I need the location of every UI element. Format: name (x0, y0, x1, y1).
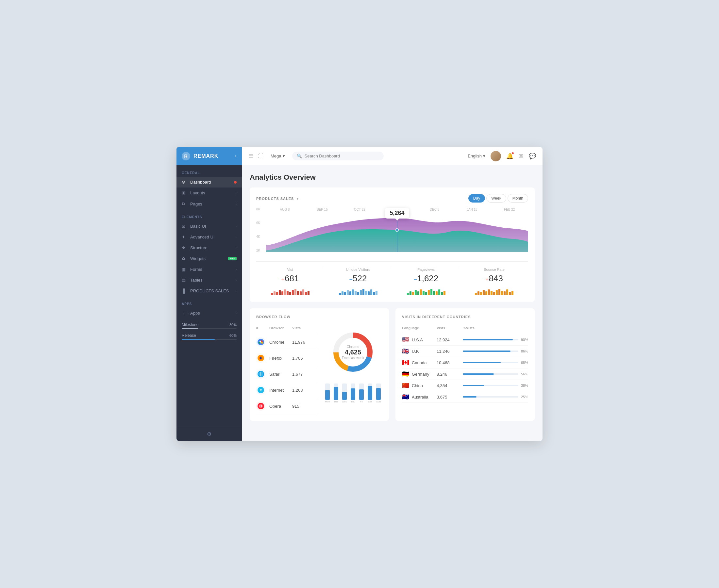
country-row-canada: 🇨🇦 Canada 10,468 68% (402, 357, 528, 369)
period-month-button[interactable]: Month (508, 194, 528, 203)
mini-bar-item (305, 292, 307, 295)
sidebar-item-label-forms: Forms (190, 267, 235, 272)
sidebar-item-label-pages: Pages (190, 202, 235, 207)
donut-center-value: 4,625 (342, 349, 364, 356)
mini-bar-item (308, 291, 309, 295)
period-week-button[interactable]: Week (486, 194, 506, 203)
country-row-usa: 🇺🇸 U.S.A 12,924 90% (402, 334, 528, 345)
flag-china: 🇨🇳 (402, 383, 409, 388)
search-bar[interactable]: 🔍 (292, 152, 384, 161)
stat-bounce-value: +843 (464, 273, 525, 284)
opera-vists: 915 (292, 404, 318, 409)
sidebar-item-label-widgets: Widgets (190, 256, 226, 261)
china-pct-label: 38% (521, 383, 528, 387)
period-day-button[interactable]: Day (468, 194, 485, 203)
mini-bar-item (501, 291, 503, 295)
hamburger-icon[interactable]: ☰ (248, 152, 253, 160)
sidebar-item-tables[interactable]: ▤ Tables › (177, 275, 242, 286)
tooltip-line (397, 221, 398, 252)
mini-bar-item (352, 289, 354, 295)
stat-bounce: Bounce Rate +843 (460, 268, 528, 295)
release-label: Release (182, 333, 196, 338)
language-selector[interactable]: English ▾ (468, 153, 485, 159)
basic-ui-chevron: › (235, 225, 237, 228)
search-icon: 🔍 (297, 153, 302, 159)
sidebar-section-general: GENERAL ⊙ Dashboard ⊞ Layouts › ⧉ Pages … (177, 165, 242, 209)
period-buttons: Day Week Month (468, 194, 528, 203)
uk-label: U.K (412, 349, 419, 354)
y-label-2k: 2K (256, 249, 260, 252)
mini-bar-item (273, 291, 275, 295)
mini-bar-item (300, 291, 302, 295)
settings-icon[interactable]: ⚙ (207, 431, 211, 437)
release-bar-fill (182, 339, 215, 340)
mini-bar-item (294, 289, 296, 295)
sidebar-item-advanced-ui[interactable]: ✦ Advanced UI › (177, 232, 242, 243)
stat-vist-sign: + (281, 276, 285, 282)
sidebar-item-forms[interactable]: ▦ Forms › (177, 264, 242, 275)
sidebar-item-apps[interactable]: ⋮⋮ Apps › (177, 308, 242, 318)
language-chevron-icon: ▾ (483, 153, 485, 159)
sidebar-item-structure[interactable]: ❖ Structure › (177, 243, 242, 253)
country-germany-name: 🇩🇪 Germany (402, 372, 437, 377)
mini-bar-item (279, 290, 281, 295)
mini-bar-item (365, 291, 367, 295)
mini-bar-item (483, 290, 485, 295)
stat-pageviews: Pageviews −1,622 (392, 268, 460, 295)
sidebar-item-charts[interactable]: ▐ PRODUCTS SALES › (177, 286, 242, 296)
sidebar-section-elements: Elements ⊡ Basic UI › ✦ Advanced UI › ❖ … (177, 209, 242, 296)
safari-vists: 1,677 (292, 372, 318, 377)
sidebar-item-widgets[interactable]: ✿ Widgets New (177, 253, 242, 264)
mail-icon[interactable]: ✉ (519, 152, 523, 160)
ie-vists: 1,268 (292, 388, 318, 393)
chat-icon[interactable]: 💬 (529, 152, 536, 160)
sidebar: R REMARK › GENERAL ⊙ Dashboard ⊞ Layouts… (177, 147, 242, 441)
usa-pct-label: 90% (521, 338, 528, 342)
mini-bar-item (297, 291, 299, 295)
mega-menu[interactable]: Mega ▾ (268, 152, 288, 160)
sidebar-item-label-apps: Apps (190, 311, 235, 316)
uk-bar-bg (463, 351, 518, 352)
germany-bar-bg (463, 373, 518, 375)
mini-bar-item (433, 291, 435, 295)
sidebar-item-label-structure: Structure (190, 245, 235, 250)
mini-bar-item (475, 293, 477, 295)
sidebar-item-dashboard[interactable]: ⊙ Dashboard (177, 177, 242, 188)
svg-text:Thu: Thu (351, 400, 355, 403)
expand-icon[interactable]: ⛶ (258, 153, 263, 159)
stat-vist-label: Vist (260, 268, 321, 271)
svg-text:O: O (260, 404, 263, 408)
browser-table-section: # Browser Vists Chrome 11,976 (256, 324, 318, 414)
browser-row-safari: Safari 1,677 (256, 366, 318, 382)
flag-canada: 🇨🇦 (402, 360, 409, 365)
mega-chevron-icon: ▾ (283, 153, 285, 159)
svg-text:Sun: Sun (376, 400, 381, 403)
svg-rect-29 (342, 392, 347, 400)
mini-bar-item (412, 292, 414, 295)
mini-bar-item (284, 289, 286, 295)
flag-usa: 🇺🇸 (402, 337, 409, 342)
language-label: English (468, 153, 482, 159)
stat-unique-value: −522 (327, 273, 389, 284)
sidebar-logo[interactable]: R REMARK › (177, 147, 242, 165)
sidebar-item-basic-ui[interactable]: ⊡ Basic UI › (177, 221, 242, 232)
notifications-icon[interactable]: 🔔 (506, 152, 513, 160)
notification-badge (512, 152, 514, 154)
germany-label: Germany (412, 372, 429, 377)
mini-bar-item (430, 289, 432, 295)
donut-center-title: Chrome (342, 344, 364, 349)
stats-row: Vist +681 Unique Visitors −522 (256, 261, 528, 295)
chart-card-header: PRODUCTS SALES ▾ Day Week Month (256, 194, 528, 203)
germany-pct-label: 56% (521, 372, 528, 376)
svg-text:Sat: Sat (368, 400, 372, 403)
col-vists: Vists (292, 326, 318, 330)
user-avatar[interactable] (491, 151, 501, 161)
apps-chevron: › (235, 311, 237, 315)
countries-card: VISITS IN DIFFERENT COUNTRIES Language V… (395, 308, 535, 421)
sidebar-item-layouts[interactable]: ⊞ Layouts › (177, 188, 242, 198)
chart-title-chevron: ▾ (297, 197, 299, 201)
usa-bar-fill (463, 339, 513, 340)
china-bar-fill (463, 385, 484, 386)
search-input[interactable] (305, 153, 379, 159)
sidebar-item-pages[interactable]: ⧉ Pages › (177, 198, 242, 209)
